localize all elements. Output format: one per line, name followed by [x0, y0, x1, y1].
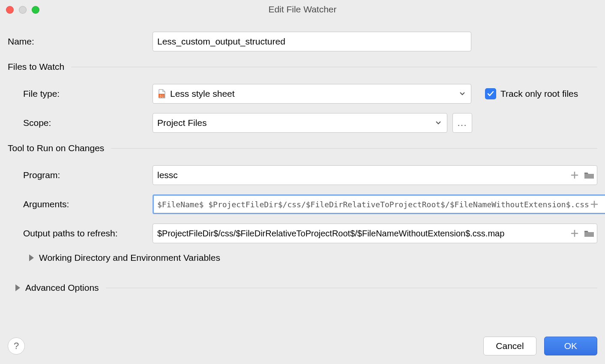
section-title-tool-to-run: Tool to Run on Changes	[8, 143, 104, 153]
output-paths-label: Output paths to refresh:	[8, 228, 153, 239]
program-input[interactable]: lessc	[153, 165, 597, 185]
ok-button[interactable]: OK	[544, 337, 597, 355]
name-value: Less_custom_output_structured	[157, 36, 285, 47]
help-button[interactable]: ?	[8, 337, 25, 355]
scope-combobox[interactable]: Project Files	[153, 113, 447, 133]
arguments-value: $FileName$ $ProjectFileDir$/css/$FileDir…	[157, 200, 589, 209]
divider	[106, 288, 597, 288]
divider	[71, 67, 597, 67]
scope-value: Project Files	[157, 118, 207, 128]
name-input[interactable]: Less_custom_output_structured	[153, 32, 471, 51]
ellipsis-icon: ...	[458, 118, 467, 128]
chevron-down-icon	[435, 118, 442, 128]
chevron-right-icon	[29, 254, 34, 261]
divider	[111, 148, 597, 149]
window-controls	[6, 6, 39, 14]
cancel-label: Cancel	[496, 341, 524, 351]
track-only-root-checkbox[interactable]	[485, 88, 496, 99]
arguments-input[interactable]: $FileName$ $ProjectFileDir$/css/$FileDir…	[153, 194, 605, 214]
scope-browse-button[interactable]: ...	[452, 113, 472, 133]
insert-macro-icon[interactable]	[569, 228, 580, 239]
close-window-button[interactable]	[6, 6, 14, 14]
arguments-label: Arguments:	[8, 199, 153, 209]
section-title-files-to-watch: Files to Watch	[8, 62, 64, 72]
file-type-value: Less style sheet	[170, 89, 235, 99]
program-label: Program:	[8, 170, 153, 180]
section-tool-to-run: Tool to Run on Changes	[8, 143, 597, 153]
file-type-combobox[interactable]: {L} Less style sheet	[153, 84, 471, 104]
dialog-footer: ? Cancel OK	[8, 337, 597, 355]
browse-folder-icon[interactable]	[584, 228, 594, 239]
zoom-window-button[interactable]	[32, 6, 39, 14]
working-directory-section-toggle[interactable]: Working Directory and Environment Variab…	[29, 253, 597, 263]
section-files-to-watch: Files to Watch	[8, 62, 597, 72]
dialog-content: Name: Less_custom_output_structured File…	[0, 19, 605, 293]
advanced-options-label: Advanced Options	[25, 283, 99, 293]
output-paths-value: $ProjectFileDir$/css/$FileDirRelativeToP…	[157, 229, 569, 239]
advanced-options-section-toggle[interactable]: Advanced Options	[15, 283, 597, 293]
minimize-window-button[interactable]	[19, 6, 27, 14]
less-file-icon: {L}	[157, 89, 167, 98]
help-icon: ?	[14, 340, 19, 352]
chevron-down-icon	[459, 89, 466, 99]
working-directory-label: Working Directory and Environment Variab…	[39, 253, 220, 263]
insert-macro-icon[interactable]	[569, 170, 580, 180]
program-value: lessc	[157, 170, 569, 180]
output-paths-input[interactable]: $ProjectFileDir$/css/$FileDirRelativeToP…	[153, 224, 597, 243]
file-type-label: File type:	[8, 89, 153, 99]
svg-text:{L}: {L}	[160, 94, 164, 98]
titlebar: Edit File Watcher	[0, 0, 605, 19]
name-label: Name:	[8, 36, 153, 47]
chevron-right-icon	[15, 284, 20, 291]
track-only-root-label: Track only root files	[500, 89, 578, 99]
window-title: Edit File Watcher	[268, 4, 336, 15]
cancel-button[interactable]: Cancel	[483, 337, 536, 355]
insert-macro-icon[interactable]	[589, 199, 599, 209]
browse-folder-icon[interactable]	[584, 170, 594, 180]
ok-label: OK	[564, 341, 577, 351]
scope-label: Scope:	[8, 118, 153, 128]
